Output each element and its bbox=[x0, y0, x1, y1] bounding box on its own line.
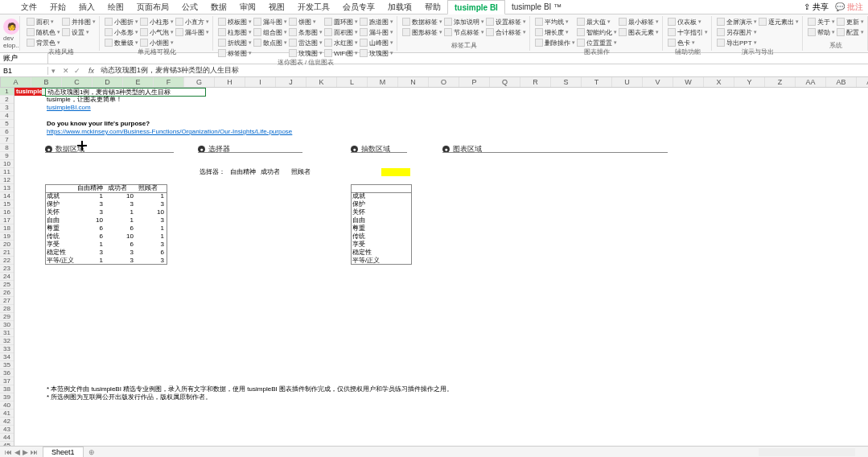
row-header[interactable]: 16 bbox=[0, 208, 14, 216]
ribbon-item[interactable]: 仪表板▾ bbox=[668, 17, 708, 27]
cell[interactable]: 尊重 bbox=[45, 224, 76, 233]
ribbon-item[interactable]: 配置▾ bbox=[837, 27, 864, 37]
row-header[interactable]: 23 bbox=[0, 265, 14, 273]
cell[interactable]: 3 bbox=[137, 257, 167, 265]
row-header[interactable]: 37 bbox=[0, 377, 14, 385]
ribbon-item[interactable]: 小柱形▾ bbox=[140, 17, 174, 27]
ribbon-item[interactable]: WiFi图▾ bbox=[324, 48, 358, 58]
ribbon-item[interactable]: 全屏演示▾ bbox=[717, 17, 757, 27]
share-link[interactable]: ⇪ 共享 bbox=[804, 2, 829, 13]
tab-review[interactable]: 审阅 bbox=[233, 0, 262, 14]
cell[interactable]: tusimpleBI.com bbox=[45, 104, 125, 112]
row-header[interactable]: 34 bbox=[0, 353, 14, 361]
cell[interactable]: 3 bbox=[137, 216, 167, 224]
cell[interactable]: 享受 bbox=[45, 241, 76, 249]
cell[interactable]: Do you know your life's purpose? bbox=[45, 120, 190, 128]
ribbon-item[interactable]: 关于▾ bbox=[808, 17, 835, 27]
cell[interactable]: 1 bbox=[106, 208, 137, 216]
cell[interactable]: 稳定性 bbox=[351, 249, 412, 257]
row-header[interactable]: 32 bbox=[0, 337, 14, 345]
cell[interactable]: 3 bbox=[137, 200, 167, 208]
cell[interactable]: 平等/正义 bbox=[45, 257, 76, 265]
row-header[interactable]: 41 bbox=[0, 410, 14, 418]
ribbon-item[interactable]: 小直方▾ bbox=[175, 17, 209, 27]
ribbon-item[interactable]: 小图折▾ bbox=[105, 17, 138, 27]
cell[interactable]: 自由 bbox=[351, 216, 412, 224]
ribbon-item[interactable]: 数据标签▾ bbox=[402, 17, 442, 27]
row-header[interactable]: 14 bbox=[0, 192, 14, 200]
cell[interactable]: 3 bbox=[76, 249, 106, 257]
col-header[interactable]: W bbox=[673, 77, 704, 87]
ribbon-item[interactable]: 山峰图▾ bbox=[360, 38, 393, 47]
cell[interactable]: 成功者 bbox=[259, 168, 282, 176]
tab-tusimple-bi[interactable]: tusimple BI bbox=[447, 0, 505, 14]
row-header[interactable]: 5 bbox=[0, 120, 14, 128]
ribbon-item[interactable]: 小气泡▾ bbox=[140, 27, 174, 37]
row-header[interactable]: 22 bbox=[0, 257, 14, 265]
ribbon-item[interactable]: 标签图▾ bbox=[218, 48, 252, 58]
comment-link[interactable]: 💬 批注 bbox=[835, 2, 863, 13]
row-header[interactable]: 7 bbox=[0, 136, 14, 144]
ribbon-item[interactable]: 散点图▾ bbox=[253, 38, 287, 47]
tab-file[interactable]: 文件 bbox=[14, 0, 43, 14]
tab-insert[interactable]: 插入 bbox=[72, 0, 101, 14]
sheet-tab[interactable]: Sheet1 bbox=[43, 447, 84, 457]
account-block[interactable]: 🧑 dev elop.. bbox=[3, 16, 20, 51]
row-header[interactable]: 31 bbox=[0, 329, 14, 337]
col-header[interactable]: H bbox=[215, 77, 245, 87]
ribbon-item[interactable]: 小条形▾ bbox=[105, 27, 138, 37]
ribbon-item[interactable]: 十字指引▾ bbox=[668, 27, 708, 37]
cell[interactable]: tusimple，让图表更简单！ bbox=[45, 96, 166, 104]
add-sheet-icon[interactable]: ⊕ bbox=[84, 448, 100, 456]
ribbon-item[interactable]: 面积▾ bbox=[27, 17, 60, 27]
cell[interactable]: tusimple bbox=[14, 88, 42, 96]
col-header[interactable]: AC bbox=[857, 77, 868, 87]
row-header[interactable]: 38 bbox=[0, 385, 14, 393]
ribbon-item[interactable]: 跑道图▾ bbox=[360, 17, 393, 27]
ribbon-item[interactable]: 增长度▾ bbox=[535, 27, 575, 37]
cell[interactable]: 照顾者 bbox=[290, 168, 314, 176]
row-header[interactable]: 35 bbox=[0, 361, 14, 369]
cell[interactable]: 1 bbox=[76, 241, 106, 249]
ribbon-item[interactable]: 玫瑰图▾ bbox=[289, 48, 323, 58]
ribbon-item[interactable]: 另存图片▾ bbox=[717, 27, 757, 37]
row-header[interactable]: 43 bbox=[0, 426, 14, 434]
row-header[interactable]: 19 bbox=[0, 233, 14, 241]
ribbon-item[interactable]: 漏斗图▾ bbox=[253, 17, 287, 27]
row-header[interactable]: 13 bbox=[0, 184, 14, 192]
row-header[interactable]: 11 bbox=[0, 168, 14, 176]
ribbon-item[interactable]: 逐元素出▾ bbox=[759, 17, 799, 27]
cell[interactable]: 6 bbox=[76, 233, 106, 241]
cell[interactable]: 成就 bbox=[45, 192, 76, 200]
row-header[interactable]: 2 bbox=[0, 96, 14, 104]
row-header[interactable]: 18 bbox=[0, 224, 14, 233]
tab-formula[interactable]: 公式 bbox=[175, 0, 204, 14]
ribbon-item[interactable]: 设置标签▾ bbox=[486, 17, 526, 27]
ribbon-item[interactable]: 面积图▾ bbox=[324, 27, 358, 37]
cell[interactable]: 平等/正义 bbox=[351, 257, 412, 265]
tab-draw[interactable]: 绘图 bbox=[101, 0, 130, 14]
sheet-nav-first-icon[interactable]: ⏮ bbox=[5, 448, 12, 456]
cell[interactable]: 保护 bbox=[45, 200, 76, 208]
ribbon-item[interactable]: 设置▾ bbox=[62, 27, 96, 37]
col-header[interactable]: Z bbox=[765, 77, 796, 87]
ribbon-item[interactable]: 雷达图▾ bbox=[289, 38, 323, 47]
row-header[interactable]: 8 bbox=[0, 144, 14, 152]
ribbon-item[interactable]: 数量级▾ bbox=[105, 38, 138, 47]
cell[interactable] bbox=[381, 168, 410, 176]
col-header[interactable]: E bbox=[123, 77, 154, 87]
row-header[interactable]: 21 bbox=[0, 249, 14, 257]
tab-addin[interactable]: 加载项 bbox=[381, 0, 418, 14]
cell[interactable]: 成就 bbox=[351, 192, 412, 200]
fx-confirm-icon[interactable]: ✓ bbox=[74, 67, 80, 75]
row-header[interactable]: 28 bbox=[0, 305, 14, 313]
ribbon-item[interactable]: 合计标签▾ bbox=[486, 27, 526, 37]
cell[interactable]: 1 bbox=[137, 233, 167, 241]
cell[interactable]: https://www.mckinsey.com/Business-Functi… bbox=[45, 128, 302, 136]
ribbon-item[interactable]: 色卡▾ bbox=[668, 38, 708, 47]
row-header[interactable]: 40 bbox=[0, 401, 14, 410]
col-header[interactable]: F bbox=[154, 77, 184, 87]
cell[interactable]: 传统 bbox=[351, 233, 412, 241]
ribbon-item[interactable]: 智能约化▾ bbox=[577, 27, 617, 37]
cell[interactable]: * 本范例文件由 tusimpleBI 精选专业例图，录入所有文字和数据，使用 … bbox=[45, 385, 608, 393]
